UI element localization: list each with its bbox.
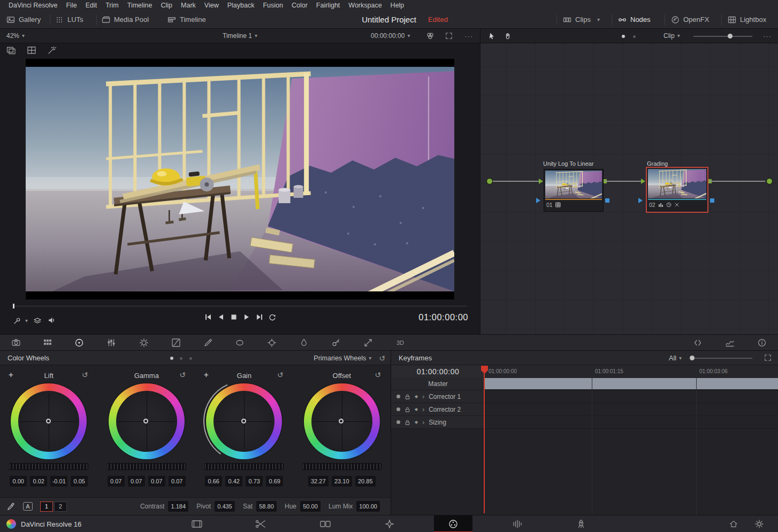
pan-tool-button[interactable] bbox=[504, 29, 512, 43]
hue-value[interactable]: 50.00 bbox=[300, 501, 321, 512]
page-dot[interactable] bbox=[189, 357, 192, 360]
clips-button[interactable]: Clips ▾ bbox=[563, 11, 600, 28]
pan-crosshair-icon[interactable]: + bbox=[204, 370, 209, 379]
enhanced-viewer-button[interactable] bbox=[47, 45, 57, 55]
expand-chevron-icon[interactable]: › bbox=[422, 406, 424, 413]
nodes-button[interactable]: Nodes bbox=[618, 11, 651, 28]
layers-button[interactable] bbox=[33, 317, 42, 325]
menu-item-clip[interactable]: Clip bbox=[157, 2, 177, 9]
keyframe-diamond-icon[interactable]: ◆ bbox=[415, 420, 418, 425]
scopes-button[interactable] bbox=[723, 336, 737, 349]
menu-item-edit[interactable]: Edit bbox=[81, 2, 102, 9]
playhead-line[interactable] bbox=[484, 373, 485, 513]
status-dot[interactable] bbox=[622, 35, 625, 38]
viewer-timecode-dropdown[interactable]: 00:00:00:00 ▾ bbox=[371, 29, 410, 43]
menu-item-playback[interactable]: Playback bbox=[223, 2, 259, 9]
play-reverse-button[interactable] bbox=[217, 313, 225, 322]
gamma-g-value[interactable]: 0.07 bbox=[148, 476, 165, 487]
openfx-button[interactable]: OpenFX bbox=[671, 11, 709, 28]
track-lane[interactable] bbox=[485, 403, 778, 416]
lift-r-value[interactable]: 0.02 bbox=[30, 476, 47, 487]
wheel-indicator[interactable] bbox=[143, 419, 148, 423]
offset-master-dial[interactable] bbox=[302, 463, 382, 470]
node-options-button[interactable]: ··· bbox=[763, 29, 772, 43]
gain-master-dial[interactable] bbox=[204, 463, 284, 470]
color-wheels-palette-active[interactable] bbox=[72, 336, 86, 349]
stop-button[interactable] bbox=[230, 313, 238, 322]
motion-effects-palette[interactable] bbox=[137, 336, 151, 349]
sizing-palette[interactable] bbox=[361, 336, 375, 349]
node-graph-canvas[interactable]: Unity Log To Linear 01 Grading 02 bbox=[480, 43, 778, 334]
track-area-empty[interactable] bbox=[485, 429, 778, 515]
viewer-scrubber[interactable] bbox=[13, 304, 467, 309]
stereo-3d-palette[interactable]: 3D bbox=[393, 336, 407, 349]
page-edit[interactable] bbox=[306, 515, 345, 532]
split-screen-button[interactable] bbox=[691, 336, 705, 349]
page-dot-active[interactable] bbox=[170, 357, 173, 360]
contrast-value[interactable]: 1.184 bbox=[168, 501, 188, 512]
menu-item-timeline[interactable]: Timeline bbox=[123, 2, 157, 9]
menu-item-color[interactable]: Color bbox=[287, 2, 312, 9]
track-enable-dot[interactable] bbox=[396, 407, 400, 411]
project-settings-button[interactable] bbox=[749, 515, 769, 532]
offset-g-value[interactable]: 23.10 bbox=[332, 476, 352, 487]
pivot-value[interactable]: 0.435 bbox=[215, 501, 235, 512]
reset-all-icon[interactable]: ↺ bbox=[379, 354, 385, 363]
keyframe-zoom-slider-thumb[interactable] bbox=[690, 356, 695, 360]
keyframe-filter-dropdown[interactable]: All ▾ bbox=[669, 351, 682, 365]
expand-keyframes-button[interactable] bbox=[764, 354, 772, 361]
project-manager-button[interactable] bbox=[723, 515, 744, 532]
lock-icon[interactable] bbox=[405, 406, 410, 413]
timeline-button[interactable]: Timeline bbox=[167, 11, 206, 28]
keyframe-diamond-icon[interactable]: ◆ bbox=[415, 407, 418, 412]
lock-icon[interactable] bbox=[405, 394, 410, 400]
keyframe-track-corrector1[interactable]: ◆ › Corrector 1 bbox=[391, 390, 778, 403]
track-lane[interactable] bbox=[485, 416, 778, 429]
eyedropper-icon[interactable] bbox=[6, 502, 16, 511]
sat-value[interactable]: 58.80 bbox=[256, 501, 277, 512]
wheel-page-1-tab[interactable]: 1 bbox=[40, 502, 53, 512]
track-lane[interactable] bbox=[485, 390, 778, 403]
node-01[interactable]: 01 bbox=[544, 169, 604, 212]
gamma-master-dial[interactable] bbox=[107, 463, 186, 470]
viewer-zoom-dropdown[interactable]: 42% ▾ bbox=[6, 29, 25, 43]
page-deliver[interactable] bbox=[562, 515, 600, 532]
lock-icon[interactable] bbox=[405, 419, 410, 426]
wheel-indicator[interactable] bbox=[46, 419, 51, 423]
media-pool-button[interactable]: Media Pool bbox=[102, 11, 149, 28]
key-palette[interactable] bbox=[329, 336, 343, 349]
gamma-b-value[interactable]: 0.07 bbox=[169, 476, 186, 487]
track-enable-dot[interactable] bbox=[396, 420, 400, 424]
gamma-r-value[interactable]: 0.07 bbox=[128, 476, 145, 487]
menu-item-fairlight[interactable]: Fairlight bbox=[312, 2, 344, 9]
first-frame-button[interactable] bbox=[204, 313, 212, 322]
keyframe-zoom-slider[interactable] bbox=[690, 358, 752, 359]
reset-icon[interactable]: ↺ bbox=[375, 371, 381, 379]
keyframe-track-master[interactable]: Master bbox=[391, 377, 778, 390]
key-input-connector[interactable] bbox=[638, 198, 643, 203]
reset-icon[interactable]: ↺ bbox=[179, 371, 186, 379]
gallery-button[interactable]: Gallery bbox=[6, 11, 41, 28]
gain-color-wheel[interactable] bbox=[206, 383, 282, 459]
menu-item-workspace[interactable]: Workspace bbox=[344, 2, 386, 9]
window-palette[interactable] bbox=[233, 336, 247, 349]
gain-b-value[interactable]: 0.69 bbox=[266, 476, 283, 487]
expand-viewer-button[interactable] bbox=[445, 29, 453, 43]
lift-color-wheel[interactable] bbox=[11, 383, 87, 459]
select-tool-button[interactable] bbox=[488, 29, 495, 43]
page-dot[interactable] bbox=[180, 357, 182, 360]
key-output-connector[interactable] bbox=[710, 198, 714, 203]
lift-master-dial[interactable] bbox=[9, 463, 88, 470]
keyframe-diamond-icon[interactable]: ◆ bbox=[415, 394, 418, 399]
node-zoom-slider-thumb[interactable] bbox=[728, 34, 733, 38]
pan-crosshair-icon[interactable]: + bbox=[9, 370, 13, 379]
qualifier-palette[interactable] bbox=[201, 336, 215, 349]
lightbox-button[interactable]: Lightbox bbox=[728, 11, 766, 28]
wheel-page-2-tab[interactable]: 2 bbox=[54, 502, 67, 512]
blur-palette[interactable] bbox=[297, 336, 311, 349]
wheel-indicator[interactable] bbox=[241, 419, 246, 423]
lum-mix-value[interactable]: 100.00 bbox=[356, 501, 380, 512]
viewer-canvas[interactable] bbox=[26, 59, 454, 299]
page-color-active[interactable] bbox=[434, 515, 472, 532]
luts-button[interactable]: LUTs bbox=[55, 11, 83, 28]
